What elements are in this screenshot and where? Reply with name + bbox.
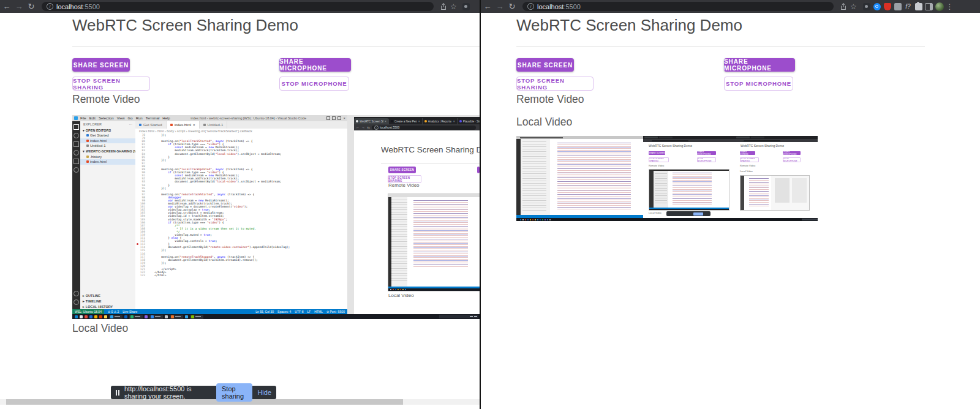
- liveshare-icon[interactable]: [74, 167, 79, 173]
- wsl-remote-badge[interactable]: WSL: Ubuntu-18.04: [72, 309, 104, 314]
- stop-screen-sharing-button[interactable]: STOP SCREEN SHARING: [72, 77, 150, 91]
- nested-forward-icon[interactable]: →: [361, 126, 365, 129]
- bookmark-star-icon[interactable]: ☆: [448, 1, 459, 12]
- search-icon[interactable]: [74, 133, 79, 138]
- site-info-icon-right[interactable]: i: [527, 3, 534, 10]
- share-microphone-button[interactable]: SHARE MICROPHONE: [279, 58, 351, 72]
- tab-close-icon[interactable]: ×: [193, 123, 195, 127]
- code-editor[interactable]: 78 });79 80 meeting.on("localTrackStarte…: [135, 133, 347, 309]
- run-debug-icon[interactable]: [74, 150, 79, 156]
- open-editor-item[interactable]: index.html: [80, 138, 135, 144]
- stop-sharing-button[interactable]: Stop sharing: [216, 383, 252, 402]
- scrollbar-thumb[interactable]: [6, 399, 403, 405]
- archive-extension-icon[interactable]: [892, 1, 903, 12]
- nested-browser-tab[interactable]: Create a New Pen×: [389, 118, 423, 124]
- taskbar-app-icon[interactable]: [185, 315, 188, 318]
- sidebar-section-timeline[interactable]: ▸TIMELINE: [80, 298, 135, 304]
- project-file-item[interactable]: index.html: [80, 159, 135, 165]
- address-bar[interactable]: i localhost:5500: [42, 2, 434, 11]
- nested-tab-close-icon[interactable]: ×: [453, 119, 455, 123]
- taskbar-window-button[interactable]: [170, 315, 183, 319]
- editor-tab-index-html[interactable]: index.html×: [167, 121, 200, 129]
- vscode-menu-edit[interactable]: Edit: [89, 116, 96, 120]
- status-item[interactable]: Live Share: [123, 310, 137, 313]
- taskbar-app-icon[interactable]: [89, 315, 92, 318]
- share-icon-right[interactable]: [838, 1, 848, 12]
- status-item[interactable]: UTF-8: [295, 310, 303, 313]
- taskbar-window-button[interactable]: [190, 315, 203, 319]
- explorer-icon[interactable]: [74, 124, 79, 130]
- project-file-item[interactable]: .history: [80, 154, 135, 160]
- vscode-menu-terminal[interactable]: Terminal: [146, 116, 160, 120]
- stop-microphone-button-right[interactable]: STOP MICROPHONE: [724, 77, 793, 91]
- extensions-icon[interactable]: [74, 159, 79, 164]
- forward-button[interactable]: →: [13, 1, 24, 12]
- sidebar-more-icon[interactable]: ···: [129, 122, 133, 126]
- nested-back-icon[interactable]: ←: [356, 126, 360, 129]
- stop-screen-sharing-button-right[interactable]: STOP SCREEN SHARING: [516, 77, 594, 91]
- open-editor-item[interactable]: Untitled-1: [80, 143, 135, 149]
- back-button-right[interactable]: ←: [482, 1, 493, 12]
- nested-tab-close-icon[interactable]: ×: [385, 119, 386, 123]
- source-control-icon[interactable]: [74, 141, 79, 147]
- adblock-shield-extension-icon[interactable]: [882, 1, 892, 12]
- vscode-menu-run[interactable]: Run: [136, 116, 143, 120]
- account-icon[interactable]: [74, 291, 79, 296]
- sidebar-section-outline[interactable]: ▸OUTLINE: [80, 293, 135, 298]
- settings-gear-icon[interactable]: [74, 299, 79, 305]
- screenshot-extension-icon[interactable]: [461, 1, 471, 12]
- vscode-menu-help[interactable]: Help: [162, 116, 170, 120]
- reload-button-right[interactable]: ↻: [507, 1, 518, 12]
- vscode-menu-view[interactable]: View: [117, 116, 125, 120]
- taskbar-window-button[interactable]: [149, 315, 163, 319]
- vscode-menu-selection[interactable]: Selection: [99, 116, 114, 120]
- taskbar-app-icon[interactable]: [165, 315, 168, 318]
- taskbar-window-button[interactable]: [129, 315, 143, 319]
- open-editors-header[interactable]: ▾OPEN EDITORS: [80, 127, 135, 133]
- nested-share-screen-button[interactable]: SHARE SCREEN: [388, 167, 416, 173]
- nested-browser-tab[interactable]: WebRTC Screen Shar×: [354, 118, 389, 124]
- editor-tab-get-started[interactable]: Get Started: [135, 121, 167, 129]
- profile-avatar[interactable]: [934, 1, 944, 12]
- vscode-menu-go[interactable]: Go: [128, 116, 133, 120]
- fn-extension-icon[interactable]: f?: [903, 1, 913, 12]
- password-manager-extension-icon[interactable]: [872, 1, 882, 12]
- taskbar-app-icon[interactable]: [85, 315, 88, 318]
- status-item[interactable]: Ln 55, Col 30: [255, 310, 274, 313]
- sidebar-section-local-history[interactable]: ▸LOCAL HISTORY: [80, 304, 135, 309]
- hide-button[interactable]: Hide: [257, 389, 271, 396]
- kebab-menu-icon[interactable]: ⋮: [944, 1, 955, 12]
- nested-browser-tab[interactable]: Analytics | Reports o×: [423, 118, 458, 124]
- status-item[interactable]: LF: [307, 310, 311, 313]
- share-microphone-button-right[interactable]: SHARE MICROPHONE: [724, 58, 795, 72]
- taskbar-app-icon[interactable]: [145, 315, 148, 318]
- open-editor-item[interactable]: Get Started: [80, 133, 135, 138]
- extensions-puzzle-icon[interactable]: [913, 1, 924, 12]
- taskbar-app-icon[interactable]: [75, 315, 78, 318]
- site-info-icon[interactable]: i: [47, 3, 53, 10]
- status-item[interactable]: ⊘ 0 ⚠ 2: [108, 310, 119, 313]
- forward-button-right[interactable]: →: [494, 1, 505, 12]
- share-screen-button[interactable]: SHARE SCREEN: [72, 58, 130, 72]
- editor-tab-untitled-1[interactable]: Untitled-1: [200, 121, 228, 129]
- taskbar-app-icon[interactable]: [94, 315, 97, 318]
- project-header[interactable]: ▾WEBRTC-SCREEN-SHARING [WSL: UBUNTU-18.0…: [80, 149, 135, 154]
- taskbar-app-icon[interactable]: [104, 315, 107, 318]
- bookmark-star-icon-right[interactable]: ☆: [848, 1, 859, 12]
- nested-tab-close-icon[interactable]: ×: [418, 119, 420, 123]
- share-icon[interactable]: [438, 1, 448, 12]
- vscode-menu-file[interactable]: File: [80, 116, 86, 120]
- nested-address-bar[interactable]: i localhost:5500: [372, 126, 476, 130]
- side-panel-icon[interactable]: [924, 1, 934, 12]
- status-item[interactable]: Spaces: 4: [277, 310, 291, 313]
- taskbar-app-icon[interactable]: [124, 315, 127, 318]
- nested-reload-icon[interactable]: ↻: [367, 126, 370, 130]
- address-bar-right[interactable]: i localhost:5500: [522, 2, 834, 11]
- status-item[interactable]: ⊘ Port : 5500: [326, 310, 345, 313]
- back-button[interactable]: ←: [1, 1, 12, 12]
- taskbar-app-icon[interactable]: [80, 315, 83, 318]
- stop-microphone-button[interactable]: STOP MICROPHONE: [279, 77, 349, 91]
- vscode-window-controls[interactable]: ×: [326, 116, 347, 120]
- taskbar-window-button[interactable]: [109, 315, 123, 319]
- nested-share-mic-button-clipped[interactable]: [477, 167, 480, 173]
